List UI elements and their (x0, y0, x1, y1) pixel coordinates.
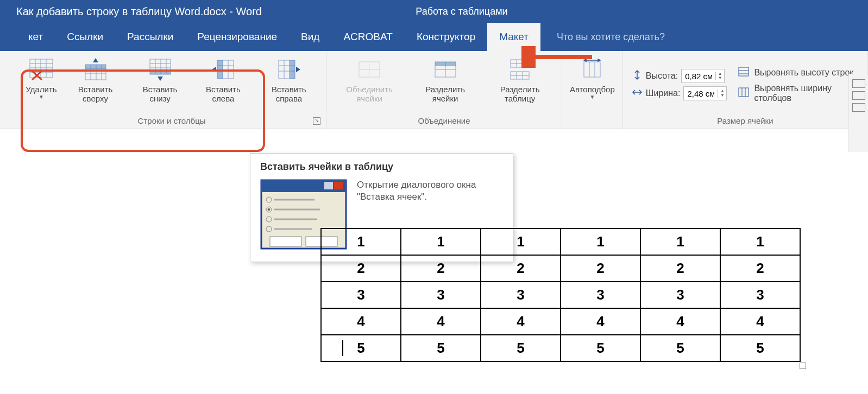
tab-label: Рецензирование (197, 31, 277, 43)
spin-down-icon[interactable]: ▼ (718, 93, 726, 98)
table-cell[interactable]: 4 (720, 308, 800, 335)
dialog-launcher-icon[interactable]: ↘ (313, 117, 320, 125)
distribute-columns-button[interactable]: Выровнять ширину столбцов (738, 84, 859, 103)
insert-below-button[interactable]: Вставить снизу (130, 54, 190, 106)
distribute-rows-label: Выровнять высоту строк (754, 68, 853, 78)
tab-view[interactable]: Вид (289, 23, 331, 51)
height-spinner[interactable]: ▲▼ (681, 69, 725, 83)
svg-rect-0 (30, 59, 53, 78)
table-cell[interactable]: 2 (401, 255, 481, 282)
ribbon: Удалить ▼ Вставить сверху Вставить снизу (0, 51, 868, 129)
table-cell[interactable]: 1 (321, 228, 401, 255)
width-spinner[interactable]: ▲▼ (683, 86, 727, 100)
tab-review[interactable]: Рецензирование (185, 23, 289, 51)
group-label-text: Размер ячейки (717, 116, 773, 125)
table-row[interactable]: 111111 (321, 228, 800, 255)
table-cell[interactable]: 3 (640, 282, 720, 308)
tab-references[interactable]: Ссылки (55, 23, 115, 51)
svg-marker-58 (584, 59, 586, 61)
insert-above-button[interactable]: Вставить сверху (63, 54, 128, 106)
table-cell[interactable]: 1 (481, 228, 561, 255)
dropdown-caret-icon: ▼ (589, 94, 595, 100)
autofit-icon (579, 56, 605, 82)
table-cell[interactable]: 3 (720, 282, 800, 308)
table-cell[interactable]: 1 (640, 228, 720, 255)
table-row[interactable]: 333333 (321, 282, 800, 308)
height-icon (632, 69, 643, 82)
table-cell[interactable]: 5 (640, 335, 720, 361)
table-row[interactable]: 222222 (321, 255, 800, 282)
table-row[interactable]: 444444 (321, 308, 800, 335)
insert-right-label: Вставить справа (260, 85, 319, 104)
table-cell[interactable]: 3 (321, 282, 401, 308)
table-cell[interactable]: 5 (561, 335, 640, 361)
table-cell[interactable]: 5 (481, 335, 561, 361)
mini-button[interactable] (852, 103, 865, 112)
tab-partial[interactable]: кет (16, 23, 55, 51)
tab-label: Вид (301, 31, 319, 43)
mini-button[interactable] (852, 91, 865, 100)
split-table-button[interactable]: Разделить таблицу (482, 54, 557, 106)
tab-layout[interactable]: Макет (487, 23, 540, 51)
mini-button[interactable] (852, 79, 865, 88)
spin-down-icon[interactable]: ▼ (715, 76, 724, 80)
tab-design[interactable]: Конструктор (405, 23, 487, 51)
svg-marker-59 (598, 59, 600, 61)
svg-rect-15 (85, 65, 106, 69)
ribbon-tabs: кет Ссылки Рассылки Рецензирование Вид A… (0, 23, 868, 51)
tooltip-title: Вставить ячейки в таблицу (260, 161, 503, 173)
svg-rect-37 (290, 60, 295, 79)
tell-me-placeholder: Что вы хотите сделать? (557, 31, 665, 43)
table-resize-handle-icon[interactable] (800, 363, 806, 369)
table-cell[interactable]: 5 (401, 335, 481, 361)
table-cell[interactable]: 1 (720, 228, 800, 255)
table-cell[interactable]: 3 (561, 282, 640, 308)
delete-label: Удалить (26, 85, 56, 94)
group-label-merge: Объединение (418, 116, 470, 125)
table-cell[interactable]: 4 (561, 308, 640, 335)
table-row[interactable]: 555555 (321, 335, 800, 361)
insert-left-button[interactable]: Вставить слева (192, 54, 254, 106)
table-cell[interactable]: 2 (321, 255, 401, 282)
table-cell[interactable]: 4 (321, 308, 401, 335)
tell-me-search[interactable]: Что вы хотите сделать? (540, 23, 665, 51)
tab-label: Конструктор (417, 31, 475, 43)
table-cell[interactable]: 2 (481, 255, 561, 282)
document-table[interactable]: 111111222222333333444444555555 (320, 228, 801, 362)
autofit-label: Автоподбор (570, 85, 615, 94)
distribute-rows-button[interactable]: Выровнять высоту строк (738, 66, 859, 79)
table-cell[interactable]: 2 (720, 255, 800, 282)
tab-acrobat[interactable]: ACROBAT (331, 23, 404, 51)
insert-column-left-icon (210, 56, 236, 82)
insert-below-label: Вставить снизу (133, 85, 187, 104)
split-table-icon (507, 56, 533, 82)
svg-marker-38 (296, 67, 300, 72)
svg-rect-62 (739, 67, 749, 76)
table-cell[interactable]: 3 (481, 282, 561, 308)
table-cell[interactable]: 1 (561, 228, 640, 255)
merge-cells-label: Объединить ячейки (334, 85, 405, 104)
tab-label: Рассылки (127, 31, 173, 43)
table-cell[interactable]: 2 (561, 255, 640, 282)
delete-button[interactable]: Удалить ▼ (22, 54, 61, 102)
table-cell[interactable]: 1 (401, 228, 481, 255)
dropdown-caret-icon: ▼ (39, 94, 44, 100)
tab-mailings[interactable]: Рассылки (115, 23, 185, 51)
split-cells-button[interactable]: Разделить ячейки (410, 54, 480, 106)
group-label-cell-size: Размер ячейки ↘ (627, 115, 863, 126)
insert-right-button[interactable]: Вставить справа (256, 54, 322, 106)
merge-cells-button: Объединить ячейки (331, 54, 408, 106)
table-cell[interactable]: 3 (401, 282, 481, 308)
table-cell[interactable]: 4 (481, 308, 561, 335)
distribute-rows-icon (738, 66, 750, 79)
height-input[interactable] (682, 71, 715, 82)
table-cell[interactable]: 4 (640, 308, 720, 335)
group-merge: Объединить ячейки Разделить ячейки Разде… (326, 51, 562, 129)
table-cell[interactable]: 4 (401, 308, 481, 335)
width-input[interactable] (684, 88, 718, 99)
table-cell[interactable]: 5 (720, 335, 800, 361)
table-cell[interactable]: 2 (640, 255, 720, 282)
table-cell[interactable]: 5 (321, 335, 401, 361)
autofit-button[interactable]: Автоподбор ▼ (567, 54, 618, 102)
svg-marker-16 (93, 58, 98, 62)
